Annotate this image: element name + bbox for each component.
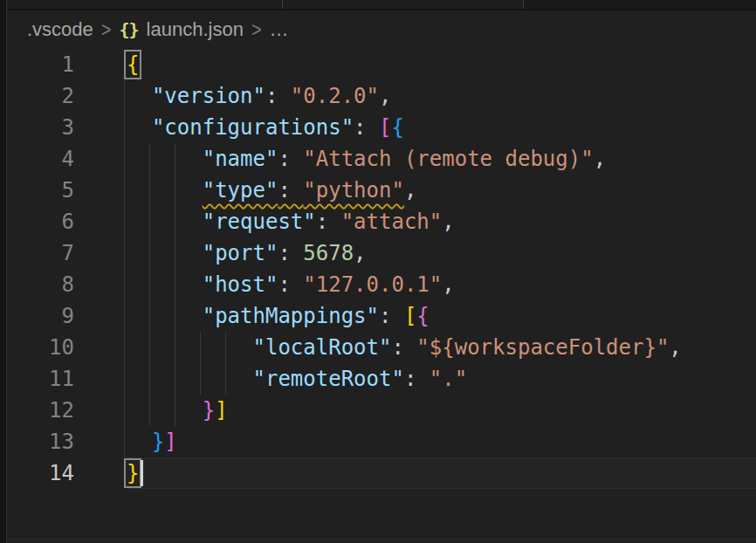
line-number[interactable]: 6 [8,206,74,237]
code-line[interactable]: 8"host": "127.0.0.1", [8,269,756,300]
code-token: "remoteRoot" [252,367,403,391]
code-token: "port" [203,241,278,265]
breadcrumb: .vscode > {} launch.json > … [8,10,756,49]
indent-guide [149,143,150,175]
code-line[interactable]: 10"localRoot": "${workspaceFolder}", [8,332,756,363]
tab-strip-empty [524,0,756,9]
code-token: "python" [303,178,404,203]
code-line-content[interactable]: } [127,457,756,489]
line-number[interactable]: 1 [8,49,74,80]
matched-bracket: { [127,52,139,77]
code-token: : [316,210,341,234]
indent-guide [149,175,150,206]
code-line-content[interactable]: "host": "127.0.0.1", [127,269,756,300]
indent-guide [149,363,150,395]
json-file-icon: {} [120,19,139,40]
code-token: , [442,210,454,234]
line-number[interactable]: 2 [8,80,74,112]
code-token: : [391,335,416,360]
line-number[interactable]: 3 [8,112,74,143]
tab-bottom-edge[interactable] [8,0,282,9]
code-line[interactable]: 12}] [8,395,756,426]
code-token: "${workspaceFolder}" [416,335,669,360]
text-cursor [141,460,143,486]
code-tokens: "remoteRoot": "." [127,367,467,391]
line-number[interactable]: 5 [8,175,74,206]
code-token: "Attach (remote debug)" [303,147,593,171]
code-token: , [354,241,366,265]
line-number[interactable]: 14 [8,457,74,489]
code-line[interactable]: 13}] [8,426,756,457]
code-tokens: "port": 5678, [127,241,367,265]
code-line[interactable]: 2"version": "0.2.0", [8,80,756,112]
code-token: "configurations" [152,115,354,140]
chevron-right-icon: > [244,18,270,41]
code-line-content[interactable]: }] [127,426,756,457]
code-tokens: "host": "127.0.0.1", [127,272,455,297]
code-tokens: "name": "Attach (remote debug)", [127,147,606,171]
indent-guide [175,363,175,395]
code-line[interactable]: 11"remoteRoot": "." [8,363,756,395]
indent-guide [124,395,125,426]
line-number[interactable]: 4 [8,143,74,175]
code-line-content[interactable]: "type": "python", [127,175,756,206]
line-number[interactable]: 10 [8,332,74,363]
line-number[interactable]: 12 [8,395,74,426]
code-line-content[interactable]: "localRoot": "${workspaceFolder}", [127,332,756,363]
code-line[interactable]: 6"request": "attach", [8,206,756,237]
line-number[interactable]: 7 [8,237,74,269]
code-line[interactable]: 14} [8,457,756,489]
indent-guide [124,206,125,237]
code-line[interactable]: 4"name": "Attach (remote debug)", [8,143,756,175]
code-token: : [379,304,404,328]
indent-guide [200,363,201,395]
code-line-content[interactable]: "remoteRoot": "." [127,363,756,395]
code-token: "." [430,367,467,391]
tab-bottom-edge[interactable] [283,0,523,9]
code-tokens: "localRoot": "${workspaceFolder}", [127,335,682,360]
indent-guide [225,332,226,363]
code-token: "name" [203,147,278,171]
indent-guide [149,300,150,332]
code-line-content[interactable]: "version": "0.2.0", [127,80,756,112]
code-line-content[interactable]: { [127,49,756,80]
code-token: "attach" [341,210,443,234]
chevron-right-icon: > [93,18,120,41]
code-token: ] [164,430,176,454]
code-token: "request" [203,210,316,234]
line-number[interactable]: 13 [8,426,74,457]
indent-guide [225,363,226,395]
breadcrumb-folder[interactable]: .vscode [27,18,93,41]
code-token: : [265,84,291,108]
code-line[interactable]: 5"type": "python", [8,175,756,206]
editor[interactable]: 1{2"version": "0.2.0",3"configurations":… [8,49,756,543]
line-number[interactable]: 8 [8,269,74,300]
indent-guide [149,206,150,237]
code-line-content[interactable]: "request": "attach", [127,206,756,237]
line-number[interactable]: 11 [8,363,74,395]
code-line[interactable]: 7"port": 5678, [8,237,756,269]
code-line[interactable]: 1{ [8,49,756,80]
indent-guide [124,269,125,300]
code-line-content[interactable]: "port": 5678, [127,237,756,269]
code-line[interactable]: 9"pathMappings": [{ [8,300,756,332]
code-line-content[interactable]: "name": "Attach (remote debug)", [127,143,756,175]
indent-guide [149,395,150,426]
code-token: "0.2.0" [291,84,379,108]
tab-strip [8,0,756,10]
indent-guide [175,332,175,363]
code-line[interactable]: 3"configurations": [{ [8,112,756,143]
indent-guide [124,175,125,206]
code-token: : [278,147,303,171]
code-line-content[interactable]: }] [127,395,756,426]
code-token: , [594,147,606,171]
code-line-content[interactable]: "configurations": [{ [127,112,756,143]
indent-guide [175,206,175,237]
indent-guide [200,332,201,363]
line-number[interactable]: 9 [8,300,74,332]
breadcrumb-symbol[interactable]: … [270,18,289,41]
code-line-content[interactable]: "pathMappings": [{ [127,300,756,332]
code-token: "127.0.0.1" [303,272,442,297]
indent-guide [175,269,175,300]
breadcrumb-file[interactable]: launch.json [147,18,244,41]
